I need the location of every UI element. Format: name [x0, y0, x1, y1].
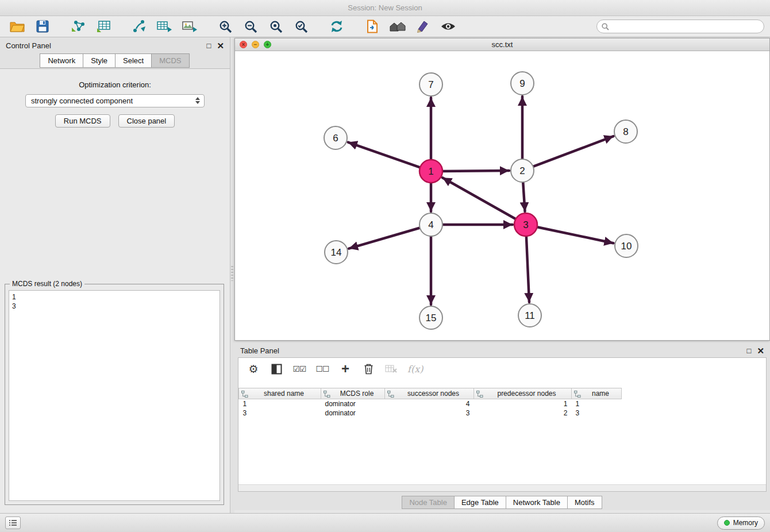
graph-node-10[interactable]: 10	[615, 234, 638, 257]
network-canvas-svg[interactable]: 7968124314101511	[235, 51, 769, 341]
float-panel-button[interactable]: □	[207, 42, 211, 49]
graph-edge-1-2[interactable]	[441, 171, 509, 171]
column-header-predecessor-nodes[interactable]: predecessor nodes	[474, 388, 572, 399]
tab-style[interactable]: Style	[83, 53, 116, 68]
graph-edge-3-10[interactable]	[536, 227, 614, 244]
graph-edge-1-6[interactable]	[348, 142, 421, 168]
graph-node-15[interactable]: 15	[419, 306, 442, 329]
search-input[interactable]	[612, 22, 759, 30]
graph-edge-3-1[interactable]	[442, 178, 517, 219]
import-table-icon	[96, 20, 111, 33]
column-header-mcds-role[interactable]: MCDS role	[321, 388, 385, 399]
open-session-button[interactable]	[6, 18, 29, 36]
optimization-criterion-label: Optimization criterion:	[0, 80, 230, 89]
mcds-result-list[interactable]: 1 3	[9, 290, 220, 501]
cell-mcds-role[interactable]: dominator	[321, 408, 385, 418]
graph-node-14[interactable]: 14	[325, 241, 348, 264]
refresh-icon	[330, 20, 344, 33]
copy-style-button[interactable]	[361, 18, 384, 36]
table-settings-button[interactable]: ⚙	[247, 361, 260, 376]
table-row[interactable]: 1 dominator 4 1 1	[239, 399, 622, 408]
run-mcds-button[interactable]: Run MCDS	[55, 114, 110, 128]
zoom-fit-icon	[270, 20, 283, 33]
cell-mcds-role[interactable]: dominator	[321, 399, 385, 408]
zoom-in-button[interactable]	[214, 18, 237, 36]
add-column-button[interactable]: +	[338, 361, 352, 376]
export-image-button[interactable]	[178, 18, 201, 36]
graph-node-1[interactable]: 1	[419, 160, 442, 183]
search-box[interactable]	[596, 20, 764, 33]
optimization-criterion-select[interactable]: strongly connected component	[25, 94, 205, 107]
cell-predecessor-nodes[interactable]: 1	[474, 399, 572, 408]
graph-node-3[interactable]: 3	[514, 213, 537, 236]
control-panel-tabs: Network Style Select MCDS	[0, 53, 230, 68]
table-scroll-strip[interactable]	[238, 484, 766, 491]
table-panel-title: Table Panel	[240, 346, 279, 355]
tab-edge-table[interactable]: Edge Table	[454, 496, 506, 509]
show-hide-button[interactable]	[437, 18, 460, 36]
cell-name[interactable]: 1	[572, 399, 622, 408]
zoom-out-button[interactable]	[239, 18, 262, 36]
graph-edge-3-11[interactable]	[526, 235, 529, 302]
network-window-titlebar[interactable]: × − + scc.txt	[235, 38, 769, 51]
cell-successor-nodes[interactable]: 3	[385, 408, 474, 418]
import-table-button[interactable]	[92, 18, 115, 36]
search-icon	[602, 23, 609, 30]
refresh-layout-button[interactable]	[325, 18, 348, 36]
cell-shared-name[interactable]: 1	[239, 399, 321, 408]
zoom-selected-button[interactable]	[290, 18, 313, 36]
close-panel-action-button[interactable]: Close panel	[118, 114, 175, 128]
cell-shared-name[interactable]: 3	[239, 408, 321, 418]
table-row[interactable]: 3 dominator 3 2 3	[239, 408, 622, 418]
tab-select[interactable]: Select	[115, 53, 152, 68]
graph-node-label: 9	[519, 78, 525, 89]
save-session-button[interactable]	[31, 18, 54, 36]
graph-node-label: 14	[331, 247, 342, 258]
zoom-window-icon[interactable]: +	[264, 41, 271, 48]
graph-node-6[interactable]: 6	[324, 126, 347, 149]
graph-node-9[interactable]: 9	[511, 72, 534, 95]
delete-column-button[interactable]	[361, 361, 375, 376]
graph-edge-2-3[interactable]	[523, 181, 525, 211]
deselect-all-columns-button[interactable]: ☐☐	[315, 361, 329, 376]
tab-motifs[interactable]: Motifs	[567, 496, 602, 509]
delete-table-button	[384, 361, 398, 376]
graph-node-4[interactable]: 4	[419, 213, 442, 236]
graph-edge-2-8[interactable]	[532, 136, 614, 167]
graph-node-label: 11	[525, 310, 535, 321]
tab-network[interactable]: Network	[40, 53, 83, 68]
tab-network-table[interactable]: Network Table	[506, 496, 568, 509]
zoom-fit-button[interactable]	[264, 18, 287, 36]
graph-edge-4-14[interactable]	[349, 228, 421, 249]
graph-node-11[interactable]: 11	[518, 304, 541, 327]
tab-node-table[interactable]: Node Table	[402, 496, 455, 509]
minimize-window-icon[interactable]: −	[252, 41, 259, 48]
close-table-panel-button[interactable]: ✕	[757, 346, 764, 355]
apply-style-button[interactable]	[411, 18, 434, 36]
node-table: shared name MCDS role	[238, 388, 622, 418]
export-network-button[interactable]	[128, 18, 151, 36]
memory-button[interactable]: Memory	[717, 516, 765, 530]
select-all-columns-button[interactable]: ☑☑	[292, 361, 306, 376]
cell-successor-nodes[interactable]: 4	[385, 399, 474, 408]
column-header-shared-name[interactable]: shared name	[239, 388, 321, 399]
float-table-panel-button[interactable]: □	[747, 347, 752, 354]
import-network-button[interactable]	[67, 18, 90, 36]
graph-node-8[interactable]: 8	[614, 120, 637, 143]
panel-splitter[interactable]	[230, 37, 234, 513]
graph-node-2[interactable]: 2	[511, 159, 534, 182]
graph-node-7[interactable]: 7	[419, 73, 442, 96]
cell-predecessor-nodes[interactable]: 2	[474, 408, 572, 418]
task-history-button[interactable]	[5, 516, 21, 529]
tab-mcds[interactable]: MCDS	[151, 53, 189, 68]
close-window-icon[interactable]: ×	[240, 41, 247, 48]
network-canvas[interactable]: 7968124314101511	[235, 51, 769, 340]
column-header-name[interactable]: name	[572, 388, 622, 399]
export-table-button[interactable]	[153, 18, 176, 36]
cell-name[interactable]: 3	[572, 408, 622, 418]
home-networks-button[interactable]	[386, 18, 409, 36]
column-header-successor-nodes[interactable]: successor nodes	[385, 388, 474, 399]
graph-node-label: 2	[519, 165, 525, 176]
show-columns-button[interactable]	[270, 361, 283, 376]
close-panel-button[interactable]: ✕	[217, 41, 224, 50]
